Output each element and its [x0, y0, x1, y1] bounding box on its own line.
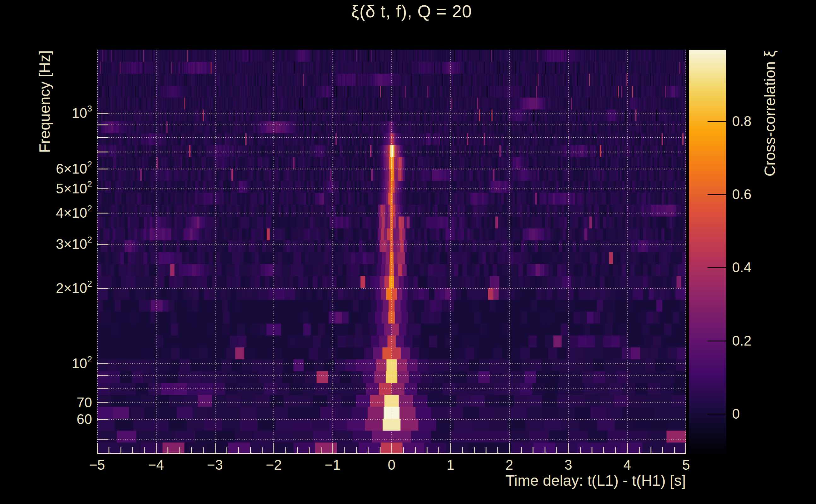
y-tick-label: 3×102: [0, 235, 92, 254]
x-tick-label: 1: [425, 457, 476, 473]
colorbar-tick-label: 0.4: [732, 258, 802, 277]
colorbar-canvas: [689, 50, 726, 454]
x-tick-label: −1: [308, 457, 358, 473]
y-tick-label: 102: [0, 354, 92, 373]
x-tick-label: 3: [543, 457, 593, 473]
x-tick-label: −4: [131, 457, 181, 473]
y-tick-label: 103: [0, 104, 92, 123]
y-tick-label: 6×102: [0, 159, 92, 178]
x-tick-label: 2: [484, 457, 535, 473]
y-tick-label: 2×102: [0, 279, 92, 298]
colorbar-tick-label: 0.6: [732, 185, 802, 204]
x-tick-label: 0: [366, 457, 417, 473]
x-tick-label: 4: [602, 457, 652, 473]
y-tick-label: 70: [0, 393, 92, 412]
x-tick-label: −2: [249, 457, 299, 473]
y-tick-label: 5×102: [0, 179, 92, 198]
colorbar-tick-label: 0.8: [732, 112, 802, 131]
x-tick-label: 5: [661, 457, 711, 473]
colorbar-tick-label: 0.2: [732, 331, 802, 350]
colorbar-tick-label: 0: [732, 404, 802, 423]
spectrogram-heatmap-canvas: [97, 50, 686, 454]
y-axis-label: Frequency [Hz]: [35, 50, 54, 153]
figure: ξ(δ t, f), Q = 20 Frequency [Hz] Cross-c…: [0, 0, 816, 504]
y-tick-label: 4×102: [0, 203, 92, 222]
plot-title: ξ(δ t, f), Q = 20: [97, 1, 726, 21]
y-tick-label: 60: [0, 410, 92, 429]
x-tick-label: −3: [190, 457, 240, 473]
x-axis-label: Time delay: t(L1) - t(H1) [s]: [97, 472, 686, 489]
x-tick-label: −5: [72, 457, 122, 473]
